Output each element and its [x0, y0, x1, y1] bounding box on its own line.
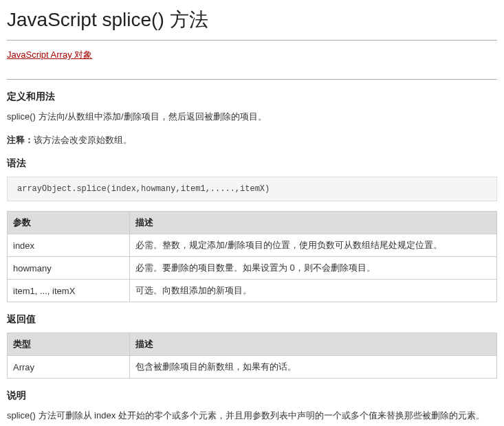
param-name: howmany	[8, 257, 130, 280]
syntax-code: arrayObject.splice(index,howmany,item1,.…	[7, 177, 497, 201]
return-header-type: 类型	[8, 333, 130, 356]
table-row: howmany 必需。要删除的项目数量。如果设置为 0，则不会删除项目。	[8, 257, 497, 280]
table-row: index 必需。整数，规定添加/删除项目的位置，使用负数可从数组结尾处规定位置…	[8, 234, 497, 257]
definition-desc: splice() 方法向/从数组中添加/删除项目，然后返回被删除的项目。	[7, 110, 497, 124]
note-label: 注释：	[7, 135, 34, 145]
params-header-desc: 描述	[130, 212, 497, 234]
param-desc: 必需。要删除的项目数量。如果设置为 0，则不会删除项目。	[130, 257, 497, 280]
section-heading-definition: 定义和用法	[7, 91, 497, 103]
param-name: index	[8, 234, 130, 257]
return-table: 类型 描述 Array 包含被删除项目的新数组，如果有的话。	[7, 333, 497, 379]
definition-note: 注释：该方法会改变原始数组。	[7, 133, 497, 147]
divider	[7, 40, 497, 41]
page-title: JavaScript splice() 方法	[7, 7, 497, 33]
param-name: item1, ..., itemX	[8, 280, 130, 302]
return-desc: 包含被删除项目的新数组，如果有的话。	[130, 356, 497, 379]
section-heading-syntax: 语法	[7, 157, 497, 170]
return-header-desc: 描述	[130, 333, 497, 356]
params-header-param: 参数	[8, 212, 130, 234]
section-heading-explain: 说明	[7, 390, 497, 402]
param-desc: 必需。整数，规定添加/删除项目的位置，使用负数可从数组结尾处规定位置。	[130, 234, 497, 257]
table-row: item1, ..., itemX 可选。向数组添加的新项目。	[8, 280, 497, 302]
param-desc: 可选。向数组添加的新项目。	[130, 280, 497, 302]
table-row: Array 包含被删除项目的新数组，如果有的话。	[8, 356, 497, 379]
return-type: Array	[8, 356, 130, 379]
divider	[7, 79, 497, 80]
explain-p1: splice() 方法可删除从 index 处开始的零个或多个元素，并且用参数列…	[7, 409, 497, 423]
section-heading-return: 返回值	[7, 313, 497, 326]
nav-link-array[interactable]: JavaScript Array 对象	[7, 49, 92, 61]
params-table: 参数 描述 index 必需。整数，规定添加/删除项目的位置，使用负数可从数组结…	[7, 211, 497, 302]
note-text: 该方法会改变原始数组。	[34, 135, 132, 145]
